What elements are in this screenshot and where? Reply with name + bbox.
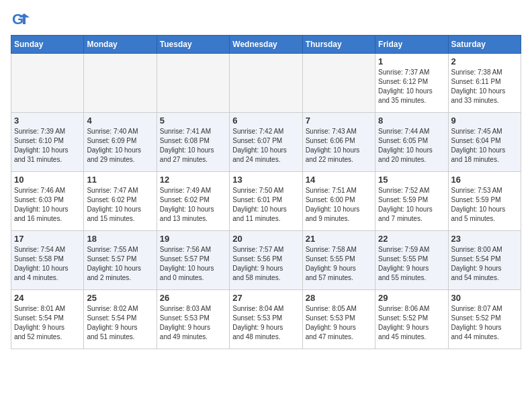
day-info: Sunrise: 7:46 AM Sunset: 6:03 PM Dayligh…	[14, 186, 81, 224]
day-info: Sunrise: 7:53 AM Sunset: 5:59 PM Dayligh…	[451, 186, 518, 224]
calendar-cell: 19Sunrise: 7:56 AM Sunset: 5:57 PM Dayli…	[157, 231, 229, 290]
calendar-cell: 17Sunrise: 7:54 AM Sunset: 5:58 PM Dayli…	[11, 231, 84, 290]
day-info: Sunrise: 7:40 AM Sunset: 6:09 PM Dayligh…	[87, 127, 153, 165]
calendar-cell: 16Sunrise: 7:53 AM Sunset: 5:59 PM Dayli…	[448, 172, 521, 231]
day-header-tuesday: Tuesday	[157, 36, 229, 54]
day-info: Sunrise: 7:51 AM Sunset: 6:00 PM Dayligh…	[306, 186, 372, 224]
day-info: Sunrise: 7:43 AM Sunset: 6:06 PM Dayligh…	[306, 127, 372, 165]
calendar-cell: 30Sunrise: 8:07 AM Sunset: 5:52 PM Dayli…	[448, 290, 521, 349]
header-row: SundayMondayTuesdayWednesdayThursdayFrid…	[11, 36, 521, 54]
calendar-cell: 20Sunrise: 7:57 AM Sunset: 5:56 PM Dayli…	[230, 231, 302, 290]
calendar-cell: 8Sunrise: 7:44 AM Sunset: 6:05 PM Daylig…	[375, 113, 448, 172]
day-number: 7	[306, 116, 372, 126]
day-number: 1	[378, 56, 445, 66]
calendar-cell: 21Sunrise: 7:58 AM Sunset: 5:55 PM Dayli…	[302, 231, 375, 290]
day-number: 18	[87, 234, 153, 244]
calendar-cell: 22Sunrise: 7:59 AM Sunset: 5:55 PM Dayli…	[375, 231, 448, 290]
day-number: 29	[378, 293, 445, 303]
calendar-cell: 25Sunrise: 8:02 AM Sunset: 5:54 PM Dayli…	[84, 290, 157, 349]
day-info: Sunrise: 7:42 AM Sunset: 6:07 PM Dayligh…	[232, 127, 299, 165]
calendar-cell: 11Sunrise: 7:47 AM Sunset: 6:02 PM Dayli…	[84, 172, 157, 231]
day-info: Sunrise: 7:54 AM Sunset: 5:58 PM Dayligh…	[14, 245, 81, 283]
day-number: 20	[232, 234, 299, 244]
day-number: 15	[378, 175, 445, 185]
calendar-cell: 18Sunrise: 7:55 AM Sunset: 5:57 PM Dayli…	[84, 231, 157, 290]
day-number: 4	[87, 116, 153, 126]
calendar-cell: 24Sunrise: 8:01 AM Sunset: 5:54 PM Dayli…	[11, 290, 84, 349]
calendar-cell: 2Sunrise: 7:38 AM Sunset: 6:11 PM Daylig…	[448, 54, 521, 113]
day-info: Sunrise: 8:00 AM Sunset: 5:54 PM Dayligh…	[451, 245, 518, 283]
day-info: Sunrise: 7:52 AM Sunset: 5:59 PM Dayligh…	[378, 186, 445, 224]
day-header-sunday: Sunday	[11, 36, 84, 54]
calendar-cell: 12Sunrise: 7:49 AM Sunset: 6:02 PM Dayli…	[157, 172, 229, 231]
day-info: Sunrise: 7:57 AM Sunset: 5:56 PM Dayligh…	[232, 245, 299, 283]
day-info: Sunrise: 7:41 AM Sunset: 6:08 PM Dayligh…	[160, 127, 226, 165]
day-number: 11	[87, 175, 153, 185]
calendar-cell: 13Sunrise: 7:50 AM Sunset: 6:01 PM Dayli…	[230, 172, 302, 231]
day-number: 25	[87, 293, 153, 303]
day-number: 19	[160, 234, 226, 244]
calendar-cell	[302, 54, 375, 113]
day-info: Sunrise: 8:04 AM Sunset: 5:53 PM Dayligh…	[232, 304, 299, 342]
day-number: 21	[306, 234, 372, 244]
header: G	[11, 11, 521, 30]
day-number: 5	[160, 116, 226, 126]
day-info: Sunrise: 7:38 AM Sunset: 6:11 PM Dayligh…	[451, 68, 518, 105]
calendar-cell: 3Sunrise: 7:39 AM Sunset: 6:10 PM Daylig…	[11, 113, 84, 172]
calendar-cell: 26Sunrise: 8:03 AM Sunset: 5:53 PM Dayli…	[157, 290, 229, 349]
day-info: Sunrise: 7:50 AM Sunset: 6:01 PM Dayligh…	[232, 186, 299, 224]
calendar-cell: 5Sunrise: 7:41 AM Sunset: 6:08 PM Daylig…	[157, 113, 229, 172]
day-number: 17	[14, 234, 81, 244]
calendar-cell	[11, 54, 84, 113]
day-number: 14	[306, 175, 372, 185]
calendar-cell: 4Sunrise: 7:40 AM Sunset: 6:09 PM Daylig…	[84, 113, 157, 172]
day-header-thursday: Thursday	[302, 36, 375, 54]
week-row-3: 10Sunrise: 7:46 AM Sunset: 6:03 PM Dayli…	[11, 172, 521, 231]
day-header-saturday: Saturday	[448, 36, 521, 54]
week-row-2: 3Sunrise: 7:39 AM Sunset: 6:10 PM Daylig…	[11, 113, 521, 172]
day-number: 13	[232, 175, 299, 185]
day-header-monday: Monday	[84, 36, 157, 54]
day-info: Sunrise: 7:55 AM Sunset: 5:57 PM Dayligh…	[87, 245, 153, 283]
calendar-cell: 28Sunrise: 8:05 AM Sunset: 5:53 PM Dayli…	[302, 290, 375, 349]
day-number: 26	[160, 293, 226, 303]
day-number: 9	[451, 116, 518, 126]
day-number: 8	[378, 116, 445, 126]
day-info: Sunrise: 8:03 AM Sunset: 5:53 PM Dayligh…	[160, 304, 226, 342]
logo: G	[11, 11, 32, 30]
day-number: 2	[451, 56, 518, 66]
logo-icon: G	[11, 11, 30, 30]
calendar-body: 1Sunrise: 7:37 AM Sunset: 6:12 PM Daylig…	[11, 54, 521, 349]
calendar-cell: 9Sunrise: 7:45 AM Sunset: 6:04 PM Daylig…	[448, 113, 521, 172]
calendar-cell	[157, 54, 229, 113]
day-info: Sunrise: 8:06 AM Sunset: 5:52 PM Dayligh…	[378, 304, 445, 342]
day-number: 10	[14, 175, 81, 185]
calendar-cell: 10Sunrise: 7:46 AM Sunset: 6:03 PM Dayli…	[11, 172, 84, 231]
day-number: 6	[232, 116, 299, 126]
day-info: Sunrise: 7:39 AM Sunset: 6:10 PM Dayligh…	[14, 127, 81, 165]
day-info: Sunrise: 7:58 AM Sunset: 5:55 PM Dayligh…	[306, 245, 372, 283]
day-info: Sunrise: 7:59 AM Sunset: 5:55 PM Dayligh…	[378, 245, 445, 283]
day-number: 23	[451, 234, 518, 244]
day-header-wednesday: Wednesday	[230, 36, 302, 54]
day-number: 24	[14, 293, 81, 303]
day-number: 3	[14, 116, 81, 126]
calendar-cell: 7Sunrise: 7:43 AM Sunset: 6:06 PM Daylig…	[302, 113, 375, 172]
week-row-1: 1Sunrise: 7:37 AM Sunset: 6:12 PM Daylig…	[11, 54, 521, 113]
calendar-header: SundayMondayTuesdayWednesdayThursdayFrid…	[11, 36, 521, 54]
calendar-cell: 6Sunrise: 7:42 AM Sunset: 6:07 PM Daylig…	[230, 113, 302, 172]
day-number: 12	[160, 175, 226, 185]
day-number: 30	[451, 293, 518, 303]
day-number: 16	[451, 175, 518, 185]
day-info: Sunrise: 7:56 AM Sunset: 5:57 PM Dayligh…	[160, 245, 226, 283]
calendar-cell	[84, 54, 157, 113]
calendar-cell	[230, 54, 302, 113]
day-info: Sunrise: 8:01 AM Sunset: 5:54 PM Dayligh…	[14, 304, 81, 342]
calendar-cell: 15Sunrise: 7:52 AM Sunset: 5:59 PM Dayli…	[375, 172, 448, 231]
day-number: 22	[378, 234, 445, 244]
svg-text:G: G	[12, 11, 24, 28]
calendar-cell: 14Sunrise: 7:51 AM Sunset: 6:00 PM Dayli…	[302, 172, 375, 231]
calendar-cell: 1Sunrise: 7:37 AM Sunset: 6:12 PM Daylig…	[375, 54, 448, 113]
week-row-5: 24Sunrise: 8:01 AM Sunset: 5:54 PM Dayli…	[11, 290, 521, 349]
calendar-cell: 29Sunrise: 8:06 AM Sunset: 5:52 PM Dayli…	[375, 290, 448, 349]
